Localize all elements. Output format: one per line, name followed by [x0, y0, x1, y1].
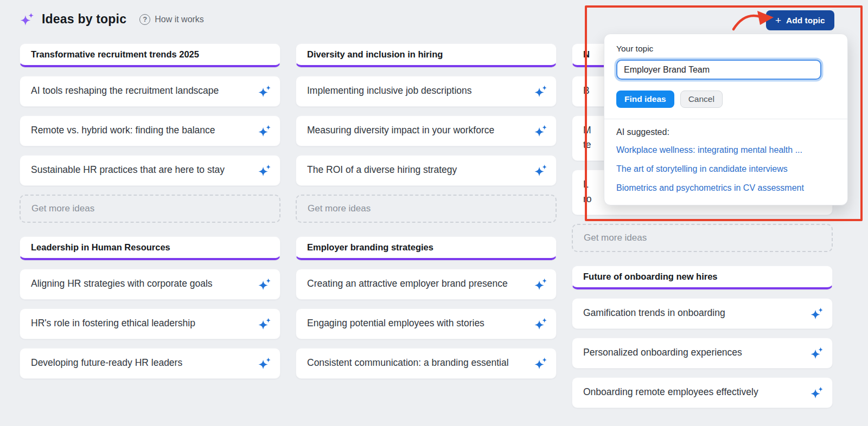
idea-card[interactable]: Creating an attractive employer brand pr… [296, 269, 557, 300]
topic-section: Future of onboarding new hiresGamificati… [572, 266, 833, 408]
idea-card[interactable]: Personalized onboarding experiences [572, 338, 833, 369]
sparkle-icon[interactable] [258, 125, 271, 137]
sparkle-icon[interactable] [258, 278, 271, 291]
idea-card[interactable]: Sustainable HR practices that are here t… [20, 155, 280, 186]
idea-text: Sustainable HR practices that are here t… [31, 163, 252, 177]
help-icon: ? [139, 14, 150, 25]
ai-suggested-label: AI suggested: [616, 127, 835, 137]
topic-header[interactable]: Leadership in Human Resources [20, 236, 280, 260]
sparkle-icon[interactable] [534, 318, 547, 330]
idea-text: AI tools reshaping the recruitment lands… [31, 83, 252, 98]
sparkle-icon[interactable] [810, 386, 824, 399]
page-header: Ideas by topic ? How it works [20, 12, 204, 27]
sparkle-icon[interactable] [258, 85, 271, 98]
how-it-works-link[interactable]: ? How it works [139, 14, 204, 25]
idea-card[interactable]: Consistent communication: a branding ess… [296, 348, 557, 379]
topic-header[interactable]: Future of onboarding new hires [572, 266, 833, 289]
sparkle-icon [20, 12, 34, 26]
idea-text: Implementing inclusive job descriptions [307, 83, 528, 98]
topic-section: Leadership in Human ResourcesAligning HR… [20, 236, 280, 379]
idea-text: The ROI of a diverse hiring strategy [307, 163, 528, 177]
topic-header[interactable]: Diversity and inclusion in hiring [296, 43, 557, 67]
ai-suggestion-link[interactable]: Biometrics and psychometrics in CV asses… [616, 182, 835, 194]
topic-column: Diversity and inclusion in hiringImpleme… [296, 43, 557, 379]
idea-text: Onboarding remote employees effectively [583, 385, 805, 399]
ai-suggestion-link[interactable]: Workplace wellness: integrating mental h… [616, 144, 835, 156]
get-more-ideas-button[interactable]: Get more ideas [20, 195, 280, 223]
how-it-works-label: How it works [155, 15, 204, 24]
topic-section: Diversity and inclusion in hiringImpleme… [296, 43, 557, 223]
sparkle-icon[interactable] [258, 164, 271, 177]
get-more-ideas-button[interactable]: Get more ideas [296, 195, 557, 223]
add-topic-label: Add topic [786, 16, 825, 25]
idea-text: Personalized onboarding experiences [583, 345, 805, 360]
sparkle-icon[interactable] [534, 85, 547, 98]
find-ideas-button[interactable]: Find ideas [616, 91, 674, 108]
cancel-button[interactable]: Cancel [680, 91, 723, 108]
get-more-ideas-button[interactable]: Get more ideas [572, 224, 833, 252]
idea-text: Engaging potential employees with storie… [307, 316, 528, 331]
sparkle-icon[interactable] [258, 318, 271, 330]
idea-card[interactable]: Engaging potential employees with storie… [296, 308, 557, 339]
idea-card[interactable]: Implementing inclusive job descriptions [296, 76, 557, 107]
popup-form-section: Your topic Find ideas Cancel [604, 34, 847, 119]
idea-card[interactable]: AI tools reshaping the recruitment lands… [20, 76, 280, 107]
idea-text: Measuring diversity impact in your workf… [307, 123, 528, 138]
idea-card[interactable]: Gamification trends in onboarding [572, 298, 833, 329]
topic-header[interactable]: Transformative recruitment trends 2025 [20, 43, 280, 67]
add-topic-popup: Your topic Find ideas Cancel AI suggeste… [604, 34, 848, 205]
idea-text: Gamification trends in onboarding [583, 306, 805, 320]
idea-text: Developing future-ready HR leaders [31, 356, 252, 370]
topic-input[interactable] [616, 60, 821, 80]
sparkle-icon[interactable] [534, 357, 547, 370]
topic-input-label: Your topic [616, 44, 835, 54]
sparkle-icon[interactable] [810, 307, 824, 320]
add-topic-button[interactable]: + Add topic [766, 10, 834, 30]
topic-column: Transformative recruitment trends 2025AI… [20, 43, 280, 379]
idea-card[interactable]: Onboarding remote employees effectively [572, 377, 833, 408]
idea-text: Consistent communication: a branding ess… [307, 356, 528, 370]
sparkle-icon[interactable] [534, 278, 547, 291]
sparkle-icon[interactable] [534, 164, 547, 177]
idea-card[interactable]: HR's role in fostering ethical leadershi… [20, 308, 280, 339]
ai-suggestion-link[interactable]: The art of storytelling in candidate int… [616, 163, 835, 175]
sparkle-icon[interactable] [534, 125, 547, 137]
idea-card[interactable]: Remote vs. hybrid work: finding the bala… [20, 115, 280, 146]
plus-icon: + [775, 15, 781, 25]
topic-section: Transformative recruitment trends 2025AI… [20, 43, 280, 223]
idea-text: Aligning HR strategies with corporate go… [31, 276, 252, 291]
sparkle-icon[interactable] [810, 347, 824, 359]
idea-card[interactable]: Developing future-ready HR leaders [20, 348, 280, 379]
topic-header[interactable]: Employer branding strategies [296, 236, 557, 260]
idea-text: Creating an attractive employer brand pr… [307, 276, 528, 291]
idea-text: HR's role in fostering ethical leadershi… [31, 316, 252, 331]
popup-suggestions-section: AI suggested: Workplace wellness: integr… [604, 119, 847, 205]
idea-card[interactable]: The ROI of a diverse hiring strategy [296, 155, 557, 186]
sparkle-icon[interactable] [258, 357, 271, 370]
idea-card[interactable]: Measuring diversity impact in your workf… [296, 115, 557, 146]
page-title: Ideas by topic [42, 12, 126, 27]
idea-text: Remote vs. hybrid work: finding the bala… [31, 123, 252, 138]
topic-section: Employer branding strategiesCreating an … [296, 236, 557, 379]
idea-card[interactable]: Aligning HR strategies with corporate go… [20, 269, 280, 300]
